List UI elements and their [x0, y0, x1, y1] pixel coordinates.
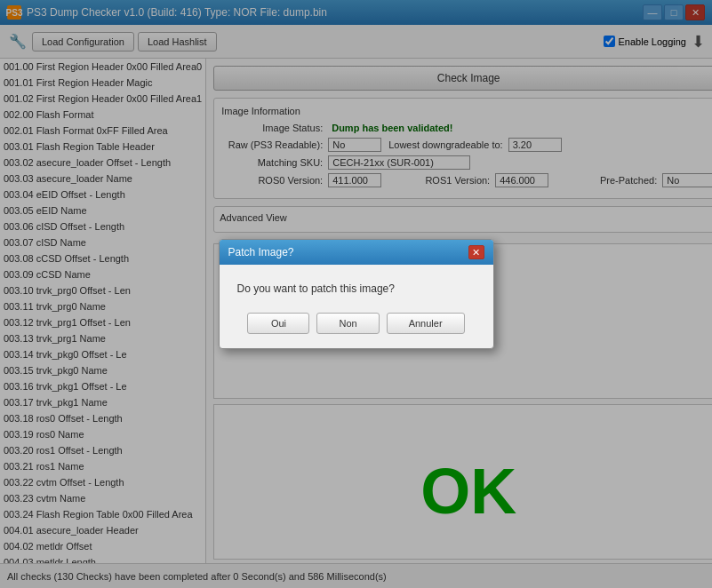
patch-image-modal: Patch Image? ✕ Do you want to patch this…	[219, 239, 494, 349]
annuler-button[interactable]: Annuler	[387, 313, 465, 334]
modal-buttons: Oui Non Annuler	[237, 313, 476, 334]
modal-close-button[interactable]: ✕	[468, 245, 484, 259]
modal-message: Do you want to patch this image?	[237, 282, 476, 295]
modal-title-bar: Patch Image? ✕	[220, 240, 493, 265]
modal-content: Do you want to patch this image? Oui Non…	[220, 265, 493, 348]
modal-title: Patch Image?	[228, 246, 294, 258]
modal-overlay: Patch Image? ✕ Do you want to patch this…	[0, 0, 712, 588]
non-button[interactable]: Non	[316, 313, 379, 334]
oui-button[interactable]: Oui	[247, 313, 309, 334]
